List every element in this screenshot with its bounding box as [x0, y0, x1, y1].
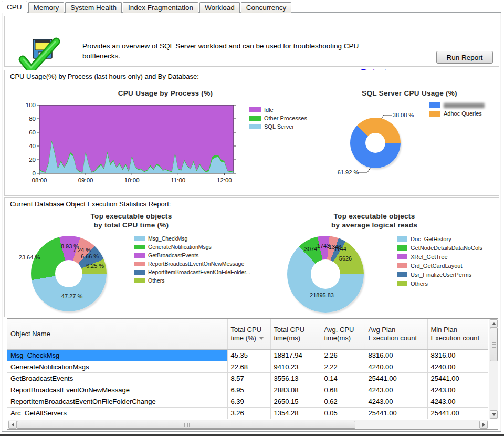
logical-reads-donut-title-line1: Top executable objects — [334, 212, 415, 220]
table-row[interactable]: GenerateNotificationMsgs22.689410.232.22… — [7, 361, 488, 373]
legend-swatch — [134, 245, 145, 249]
legend-item: Others — [397, 280, 482, 287]
slice-value-label: 5626 — [339, 255, 352, 262]
slice-value-label: 6.66 % — [81, 253, 99, 259]
legend-label: Adhoc Queries — [444, 110, 482, 117]
cell-value: 9410.23 — [270, 361, 321, 373]
section-exec-stats-title: Current Database Object Execution Statis… — [10, 200, 171, 208]
column-header-3[interactable]: Avg. CPU time(ms) — [321, 319, 365, 350]
cell-object-name: Msg_CheckMsg — [7, 350, 227, 361]
cell-object-name: ReportItemBroadcastEventOnFileFolderChan… — [7, 396, 227, 408]
legend-label: ReportBroadcastEventOnNewMessage — [148, 261, 244, 267]
cell-value: 25441.00 — [365, 408, 427, 419]
legend-item: Crd_GetCardLayout — [397, 263, 482, 269]
legend-swatch — [134, 262, 145, 266]
legend-item: GenerateNotificationMsgs — [134, 244, 250, 250]
tab-index-fragmentation[interactable]: Index Fragmentation — [123, 2, 198, 13]
horizontal-scrollbar[interactable] — [8, 420, 488, 429]
report-description: Provides an overview of SQL Server workl… — [82, 41, 369, 61]
legend-label: GetNodeDetailsDataNoCols — [411, 245, 482, 251]
legend-label: GetBroadcastEvents — [148, 252, 198, 258]
cell-value: 0.05 — [321, 408, 365, 419]
legend-label: Other Processes — [264, 115, 307, 121]
tab-workload[interactable]: Workload — [200, 2, 240, 13]
legend-label: Crd_GetCardLayout — [411, 263, 462, 269]
left-arrow-icon — [12, 423, 14, 427]
legend-swatch — [429, 102, 440, 108]
tab-cpu[interactable]: CPU — [2, 1, 27, 13]
cell-value: 25441.00 — [365, 373, 427, 384]
cell-object-name: Arc_GetAllServers — [7, 408, 227, 419]
legend-label: XRef_GetTree — [411, 254, 448, 260]
table-row[interactable]: ReportItemBroadcastEventOnFileFolderChan… — [7, 396, 488, 408]
slice-value-label: 61.92 % — [338, 169, 359, 175]
scroll-left-button[interactable] — [8, 421, 17, 429]
legend-label: Doc_GetHistory — [411, 236, 452, 242]
slice-value-label: 47.27 % — [61, 293, 82, 299]
column-header-object-name[interactable]: Object Name — [7, 319, 227, 350]
legend-label: Msg_CheckMsg — [148, 235, 187, 242]
logical-reads-donut-legend: Doc_GetHistoryGetNodeDetailsDataNoColsXR… — [397, 236, 482, 289]
table-row[interactable]: ReportBroadcastEventOnNewMessage6.952883… — [7, 384, 488, 396]
cell-value: 2883.08 — [270, 384, 321, 396]
tab-memory[interactable]: Memory — [28, 2, 65, 13]
legend-item: Adhoc Queries — [429, 110, 485, 117]
scroll-down-button[interactable] — [490, 410, 498, 419]
cell-value: 18817.94 — [270, 350, 321, 361]
cell-value: 25441.00 — [427, 408, 488, 419]
logical-reads-donut-title-line2: by average logical reads — [331, 221, 417, 229]
thumb-grip — [492, 341, 496, 348]
legend-swatch — [397, 272, 407, 277]
donut-hole — [55, 260, 82, 287]
section-cpu-usage: CPU Usage(%) by Process (last hours only… — [4, 70, 499, 196]
legend-item: Usr_FinalizeUserPerms — [397, 272, 482, 278]
scroll-right-button[interactable] — [479, 421, 488, 429]
legend-swatch — [397, 281, 407, 286]
sql-cpu-donut-title: SQL Server CPU Usage (%) — [362, 89, 457, 97]
legend-swatch — [134, 236, 145, 241]
table-header-row: Object NameTotal CPU time (%)Total CPU t… — [7, 319, 488, 350]
vertical-scroll-thumb[interactable] — [490, 328, 498, 361]
horizontal-scroll-thumb[interactable] — [17, 421, 355, 429]
column-header-1[interactable]: Total CPU time (%) — [227, 319, 270, 350]
legend-swatch — [249, 107, 261, 112]
down-arrow-icon — [492, 413, 496, 416]
legend-label: Others — [411, 280, 428, 287]
cell-value: 4240.00 — [427, 361, 488, 373]
tab-concurrency[interactable]: Concurrency — [241, 2, 292, 13]
cell-value: 2.26 — [321, 350, 365, 361]
legend-swatch — [134, 278, 145, 283]
thumb-grip — [183, 423, 190, 427]
column-header-2[interactable]: Total CPU time(ms) — [270, 319, 321, 350]
redacted-database-name — [444, 103, 485, 108]
legend-item: XRef_GetTree — [397, 254, 482, 260]
legend-item: ReportItemBroadcastEventOnFileFolder... — [134, 269, 250, 275]
column-header-5[interactable]: Min Plan Execution count — [427, 319, 488, 350]
table-row[interactable]: Arc_GetAllServers3.261354.280.0525441.00… — [7, 408, 488, 419]
slice-value-label: 23.64 % — [19, 254, 40, 261]
cell-value: 6.95 — [227, 384, 270, 396]
legend-label: Usr_FinalizeUserPerms — [411, 272, 471, 278]
table-row[interactable]: GetBroadcastEvents8.573556.130.1425441.0… — [7, 373, 488, 384]
cell-value: 2.22 — [321, 361, 365, 373]
legend-item: SQL Server — [249, 123, 307, 130]
table-row[interactable]: Msg_CheckMsg45.3518817.942.268316.008316… — [7, 350, 488, 361]
sql-cpu-donut-legend: Adhoc Queries — [429, 102, 485, 119]
cell-value: 4243.00 — [365, 384, 427, 396]
area-chart-title: CPU Usage by Process (%) — [118, 89, 213, 97]
cell-value: 3556.13 — [270, 373, 321, 384]
cell-value: 2650.15 — [270, 396, 321, 408]
column-header-4[interactable]: Avg Plan Execution count — [365, 319, 427, 350]
scroll-up-button[interactable] — [490, 319, 498, 328]
legend-item: Doc_GetHistory — [397, 236, 482, 242]
sort-descending-icon — [259, 337, 264, 340]
tab-system-health[interactable]: System Health — [65, 2, 122, 13]
vertical-scrollbar[interactable] — [489, 319, 498, 419]
donut-hole — [311, 259, 340, 289]
legend-item: GetNodeDetailsDataNoCols — [397, 245, 482, 251]
run-report-button[interactable]: Run Report — [436, 51, 493, 64]
cell-value: 4243.00 — [427, 396, 488, 408]
up-arrow-icon — [492, 322, 496, 325]
cell-value: 0.14 — [321, 373, 365, 384]
legend-swatch — [249, 124, 261, 129]
